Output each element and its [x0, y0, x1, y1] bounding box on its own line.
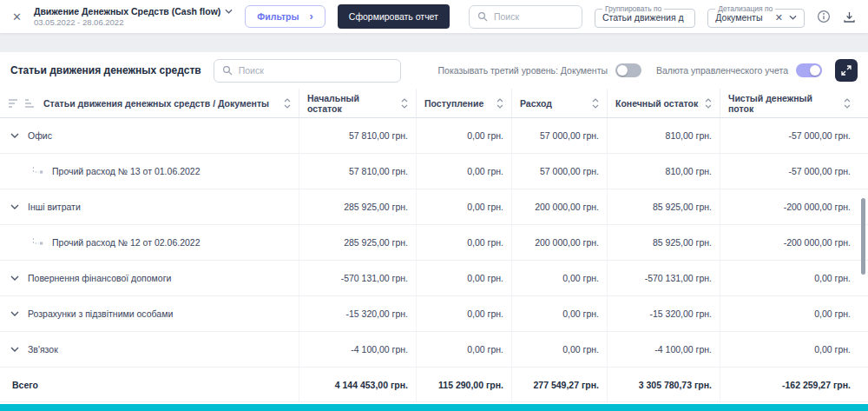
topbar-search [469, 5, 582, 29]
row-label: Прочий расход № 13 от 01.06.2022 [52, 166, 201, 176]
child-connector-icon [31, 167, 43, 176]
chevron-down-icon[interactable] [789, 15, 797, 20]
row-label: Інші витрати [28, 202, 81, 212]
expand-icon [841, 65, 852, 76]
expand-chevron-icon[interactable] [8, 204, 19, 209]
column-header-closing-balance[interactable]: Конечный остаток [608, 89, 720, 117]
value-cell: -4 100,00 грн. [299, 332, 417, 367]
table-footer-row: Всего 4 144 453,00 грн. 115 290,00 грн. … [0, 368, 868, 402]
table-row[interactable]: Прочий расход № 12 от 02.06.2022285 925,… [0, 225, 868, 261]
panel-search-input[interactable] [239, 65, 378, 76]
value-cell: 810,00 грн. [608, 118, 720, 153]
value-cell: 200 000,00 грн. [512, 225, 608, 260]
value-cell: 85 925,00 грн. [608, 189, 720, 224]
column-header-label: Поступление [424, 98, 483, 109]
sort-icon[interactable] [496, 98, 503, 109]
group-by-select[interactable]: Группировать по Статьи движения д [595, 5, 695, 28]
value-cell: 57 000,00 грн. [512, 154, 608, 189]
table-row[interactable]: Зв'язок-4 100,00 грн.0,00 грн.0,00 грн.-… [0, 332, 868, 368]
value-cell: -200 000,00 грн. [720, 225, 868, 260]
table-row[interactable]: Офис57 810,00 грн.0,00 грн.57 000,00 грн… [0, 118, 868, 154]
footer-value-cell: 277 549,27 грн. [512, 368, 608, 401]
sort-icon[interactable] [705, 98, 712, 109]
table-body: Офис57 810,00 грн.0,00 грн.57 000,00 грн… [0, 118, 868, 368]
row-label: Прочий расход № 12 от 02.06.2022 [52, 237, 201, 248]
table-row[interactable]: Повернення фінансової допомоги-570 131,0… [0, 261, 868, 296]
detail-by-select[interactable]: Детализация по Документы ✕ [707, 5, 805, 28]
row-label: Повернення фінансової допомоги [28, 273, 171, 283]
row-label-cell: Прочий расход № 12 от 02.06.2022 [0, 225, 299, 260]
row-label: Зв'язок [28, 344, 58, 355]
footer-value-cell: -162 259,27 грн. [720, 368, 868, 401]
value-cell: 85 925,00 грн. [608, 225, 720, 260]
generate-report-button[interactable]: Сформировать отчет [338, 4, 450, 29]
value-cell: 285 925,00 грн. [299, 225, 417, 260]
group-by-value: Статьи движения д [602, 12, 684, 23]
download-icon[interactable] [843, 10, 856, 23]
expand-chevron-icon[interactable] [8, 133, 19, 138]
value-cell: -570 131,00 грн. [608, 261, 720, 295]
info-icon[interactable] [817, 10, 831, 23]
sort-ascending-icon[interactable] [24, 99, 35, 108]
filters-button[interactable]: Фильтры › [245, 5, 326, 28]
sort-icon[interactable] [592, 98, 599, 109]
column-header-items[interactable]: Статьи движения денежных средств / Докум… [0, 89, 299, 117]
child-connector-icon [31, 238, 43, 247]
column-header-income[interactable]: Поступление [417, 89, 512, 117]
column-header-label: Начальный остаток [307, 93, 396, 114]
scrollbar-thumb[interactable] [861, 198, 865, 275]
footer-value-cell: 3 305 780,73 грн. [608, 368, 720, 401]
toggle-knob [617, 65, 628, 76]
table-header-row: Статьи движения денежных средств / Докум… [0, 89, 868, 118]
row-label-cell: Офис [0, 118, 299, 153]
report-title-block[interactable]: Движение Денежных Средств (Cash flow) 03… [34, 6, 233, 28]
date-range: 03.05.2022 - 28.06.2022 [34, 18, 233, 28]
value-cell: -15 320,00 грн. [608, 296, 720, 331]
footer-value-cell: 115 290,00 грн. [417, 368, 512, 401]
value-cell: 0,00 грн. [720, 332, 868, 367]
fullscreen-button[interactable] [835, 59, 858, 82]
value-cell: 200 000,00 грн. [512, 189, 608, 224]
search-icon [477, 11, 488, 22]
sort-icon[interactable] [401, 98, 408, 109]
close-icon[interactable]: ✕ [12, 11, 22, 23]
value-cell: 0,00 грн. [720, 261, 868, 295]
table-row[interactable]: Прочий расход № 13 от 01.06.202257 810,0… [0, 154, 868, 189]
third-level-toggle-label: Показывать третий уровень: Документы [438, 65, 608, 76]
expand-chevron-icon[interactable] [8, 275, 19, 281]
currency-toggle[interactable] [796, 63, 822, 77]
chevron-right-icon: › [309, 12, 312, 21]
value-cell: -57 000,00 грн. [720, 154, 868, 189]
value-cell: -200 000,00 грн. [720, 189, 868, 224]
column-header-expense[interactable]: Расход [512, 89, 608, 117]
value-cell: -4 100,00 грн. [608, 332, 720, 367]
row-label-cell: Інші витрати [0, 189, 299, 224]
value-cell: 0,00 грн. [417, 296, 512, 331]
expand-chevron-icon[interactable] [8, 311, 19, 316]
value-cell: 0,00 грн. [417, 332, 512, 367]
value-cell: -57 000,00 грн. [720, 118, 868, 153]
report-title: Движение Денежных Средств (Cash flow) [34, 6, 220, 17]
footer-label: Всего [12, 380, 38, 390]
column-header-net-cash-flow[interactable]: Чистый денежный поток [720, 89, 868, 117]
detail-by-value: Документы [715, 12, 768, 23]
sort-icon[interactable] [844, 98, 851, 109]
value-cell: 0,00 грн. [417, 154, 512, 189]
topbar-search-input[interactable] [494, 11, 574, 22]
value-cell: 57 000,00 грн. [512, 118, 608, 153]
value-cell: 57 810,00 грн. [299, 154, 417, 189]
sort-descending-icon[interactable] [8, 99, 18, 108]
third-level-toggle[interactable] [615, 63, 641, 77]
footer-label-cell: Всего [0, 368, 299, 401]
expand-chevron-icon[interactable] [8, 347, 19, 352]
value-cell: 0,00 грн. [417, 118, 512, 153]
value-cell: -15 320,00 грн. [299, 296, 417, 331]
column-header-label: Конечный остаток [615, 98, 698, 109]
column-header-label: Чистый денежный поток [728, 93, 838, 114]
value-cell: 0,00 грн. [512, 296, 608, 331]
table-row[interactable]: Інші витрати285 925,00 грн.0,00 грн.200 … [0, 189, 868, 225]
sort-icon[interactable] [284, 98, 291, 109]
table-row[interactable]: Розрахунки з підзвітними особами-15 320,… [0, 296, 868, 332]
column-header-opening-balance[interactable]: Начальный остаток [299, 89, 417, 117]
clear-icon[interactable]: ✕ [775, 13, 783, 23]
